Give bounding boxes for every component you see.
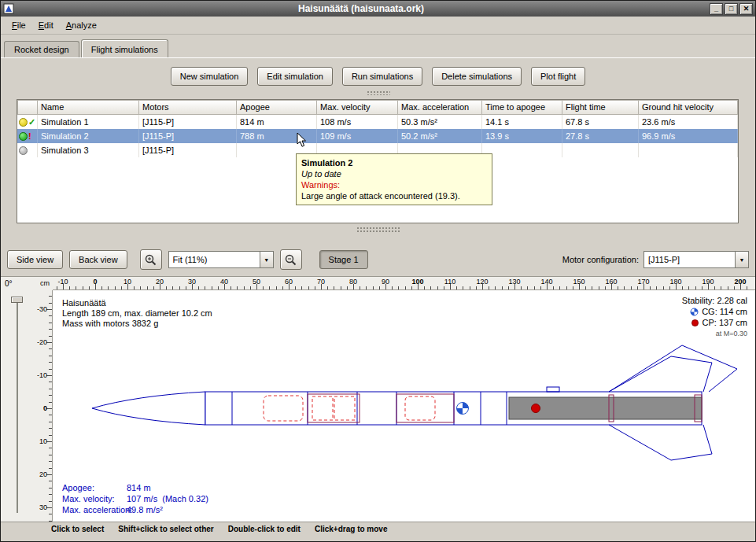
side-view-button[interactable]: Side view — [7, 250, 63, 269]
cell-name: Simulation 2 — [38, 129, 139, 143]
table-header: Name Motors Apogee Max. velocity Max. ac… — [17, 100, 738, 115]
ruler-label: -30 — [37, 305, 47, 313]
ruler-tick — [212, 286, 212, 289]
table-row-simulation-1[interactable]: Simulation 1 [J115-P] 814 m 108 m/s 50.3… — [17, 115, 738, 129]
motor-configuration-value: [J115-P] — [644, 255, 735, 264]
cell-max-velocity: 109 m/s — [317, 129, 398, 143]
ruler-tick — [276, 286, 277, 289]
menu-analyze[interactable]: Analyze — [60, 18, 103, 32]
zoom-in-button[interactable] — [140, 249, 162, 270]
ruler-tick — [341, 286, 341, 289]
table-row-simulation-2[interactable]: Simulation 2 [J115-P] 788 m 109 m/s 50.2… — [17, 129, 738, 143]
motor-configuration-select[interactable]: [J115-P] ▼ — [644, 251, 749, 268]
ruler-tick — [327, 286, 328, 289]
max-velocity-value: 107 m/s (Mach 0.32) — [125, 493, 208, 504]
rotation-slider-thumb[interactable] — [11, 297, 23, 303]
ruler-tick — [308, 286, 309, 289]
zoom-out-button[interactable] — [280, 249, 302, 270]
menu-edit[interactable]: Edit — [32, 18, 60, 32]
rotation-slider-track[interactable] — [17, 299, 18, 513]
panel-grip[interactable] — [367, 90, 390, 95]
column-header-status[interactable] — [17, 100, 38, 115]
max-acceleration-label: Max. acceleration: — [62, 504, 125, 515]
tab-flight-simulations[interactable]: Flight simulations — [81, 39, 168, 58]
nose-cone-shape[interactable] — [92, 392, 205, 425]
ruler-label: -20 — [37, 338, 47, 346]
fin-shape[interactable] — [609, 345, 737, 392]
chevron-down-icon[interactable]: ▼ — [735, 252, 748, 267]
ruler-tick — [49, 428, 52, 429]
delete-simulations-button[interactable]: Delete simulations — [432, 67, 522, 86]
ruler-tick — [57, 286, 57, 289]
stability-value: Stability: 2.28 cal — [682, 295, 747, 306]
ruler-tick — [101, 286, 102, 289]
ruler-tick — [682, 286, 683, 289]
cp-value: CP: 137 cm — [703, 317, 747, 328]
close-button[interactable]: ✕ — [739, 3, 753, 15]
hint-double-click: Double-click to edit — [228, 525, 301, 542]
ruler-tick — [540, 286, 541, 289]
cell-apogee: 814 m — [237, 115, 317, 129]
launch-lug-shape[interactable] — [547, 387, 559, 392]
ruler-tick — [282, 286, 283, 289]
ruler-tick — [301, 286, 302, 289]
back-view-button[interactable]: Back view — [69, 250, 127, 269]
menu-bar: File Edit Analyze — [1, 17, 755, 35]
fin-shape[interactable] — [609, 356, 712, 392]
maximize-button[interactable]: □ — [725, 3, 738, 15]
column-header-ground-hit-velocity[interactable]: Ground hit velocity — [639, 100, 738, 115]
column-header-flight-time[interactable]: Flight time — [562, 100, 639, 115]
menu-file[interactable]: File — [6, 18, 32, 32]
stage-1-toggle[interactable]: Stage 1 — [319, 250, 368, 269]
column-header-max-acceleration[interactable]: Max. acceleration — [398, 100, 482, 115]
tooltip-title: Simulation 2 — [301, 157, 487, 168]
ruler-tick — [405, 286, 406, 289]
ruler-tick — [714, 286, 715, 289]
ruler-label: -10 — [57, 278, 68, 286]
plot-flight-button[interactable]: Plot flight — [531, 67, 585, 86]
column-header-name[interactable]: Name — [38, 100, 139, 115]
minimize-button[interactable]: _ — [710, 3, 723, 15]
ruler-tick — [49, 488, 52, 489]
new-simulation-button[interactable]: New simulation — [171, 67, 249, 86]
window-title: Haisunäätä (haisunaata.ork) — [14, 3, 708, 14]
fin-shape[interactable] — [609, 425, 712, 460]
ruler-tick — [534, 286, 535, 289]
column-header-apogee[interactable]: Apogee — [237, 100, 317, 115]
tab-rocket-design[interactable]: Rocket design — [4, 41, 79, 57]
column-header-motors[interactable]: Motors — [139, 100, 237, 115]
cell-time-to-apogee: 13.9 s — [482, 129, 562, 143]
ruler-label: 0 — [43, 404, 47, 412]
cg-value: CG: 114 cm — [702, 306, 747, 317]
ruler-tick — [734, 286, 735, 289]
horizontal-ruler: -100102030405060708090100110120130140150… — [53, 276, 756, 290]
apogee-label: Apogee: — [62, 482, 125, 493]
splitter-handle[interactable] — [356, 227, 400, 233]
ruler-tick — [49, 303, 52, 304]
ruler-tick — [379, 286, 380, 289]
cell-motors: [J115-P] — [139, 143, 237, 157]
chevron-down-icon[interactable]: ▼ — [260, 252, 273, 267]
ruler-label: 170 — [637, 278, 649, 286]
app-icon — [3, 3, 14, 14]
run-simulations-button[interactable]: Run simulations — [342, 67, 422, 86]
apogee-value: 814 m — [125, 482, 151, 493]
ruler-tick — [669, 286, 670, 289]
column-header-time-to-apogee[interactable]: Time to apogee — [482, 100, 562, 115]
rocket-figure-canvas[interactable]: Haisunäätä Length 189 cm, max. diameter … — [53, 290, 756, 522]
ruler-label: 0 — [93, 278, 97, 286]
edit-simulation-button[interactable]: Edit simulation — [257, 67, 333, 86]
motor-configuration-label: Motor configuration: — [562, 255, 639, 264]
zoom-select[interactable]: Fit (11%) ▼ — [168, 251, 274, 268]
ruler-tick — [49, 336, 52, 337]
ruler-tick — [456, 286, 457, 289]
ruler-tick — [49, 382, 52, 382]
simulation-status-icon — [17, 115, 38, 129]
column-header-max-velocity[interactable]: Max. velocity — [317, 100, 398, 115]
ruler-tick — [527, 286, 528, 289]
ruler-tick — [49, 395, 52, 396]
ruler-tick — [49, 329, 52, 330]
ruler-tick — [373, 286, 374, 289]
ruler-label: 30 — [39, 503, 47, 511]
ruler-tick — [49, 514, 52, 514]
